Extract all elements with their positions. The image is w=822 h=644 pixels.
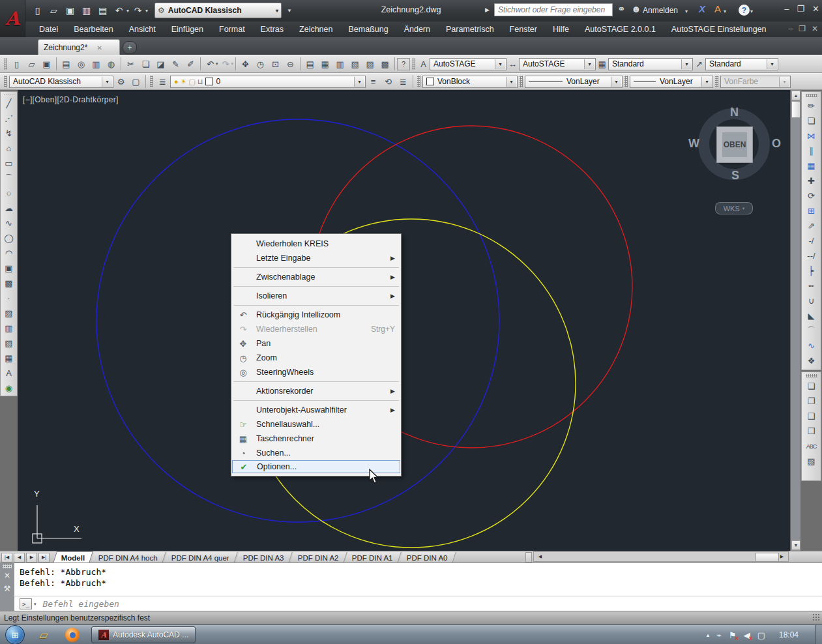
match-properties-icon[interactable]: ✎ [168, 57, 183, 71]
plot-preview-icon[interactable]: ◎ [74, 57, 89, 71]
menu-item-pan[interactable]: ✥ Pan [232, 336, 400, 351]
menu-item-optionen[interactable]: ✔ Optionen... [232, 460, 400, 473]
command-window[interactable]: ✕ ⚒ Befehl: *Abbruch* Befehl: *Abbruch* … [0, 563, 822, 611]
tab-pdf-din-a2[interactable]: PDF DIN A2 [290, 552, 347, 563]
menu-item-steeringwheels[interactable]: ◎ SteeringWheels [232, 365, 400, 379]
plot-icon[interactable]: ▤ [95, 3, 110, 18]
cut-icon[interactable]: ✂ [123, 57, 138, 71]
dimension-style-select[interactable]: AutoSTAGE ▾ [519, 58, 596, 70]
workspace-settings-icon[interactable]: ⚙ [113, 74, 128, 89]
copy-icon[interactable]: ❏ [138, 57, 153, 71]
taskbar-clock[interactable]: 18:04 [779, 630, 799, 639]
extend-icon[interactable]: --/ [804, 248, 819, 263]
text-to-front-icon[interactable]: ABC [806, 443, 817, 450]
tab-close-icon[interactable]: ✕ [96, 44, 102, 51]
vertical-scrollbar[interactable]: ▲ ▼ [790, 90, 801, 551]
new-icon[interactable]: ▯ [30, 3, 45, 18]
rectangle-icon[interactable]: ▭ [1, 156, 16, 171]
chevron-down-icon[interactable]: ▾ [681, 59, 692, 69]
tab-scrollbar-splitter[interactable] [525, 552, 532, 563]
scroll-up-icon[interactable]: ▲ [791, 91, 800, 100]
trim-icon[interactable]: -/ [804, 233, 819, 248]
open-icon[interactable]: ▱ [46, 3, 61, 18]
linetype-select[interactable]: VonLayer ▾ [525, 76, 623, 88]
viewport-controls-label[interactable]: [−][Oben][2D-Drahtkörper] [23, 95, 119, 104]
chamfer-icon[interactable]: ◣ [804, 308, 819, 323]
plot-icon[interactable]: ▥ [89, 57, 104, 71]
scroll-down-icon[interactable]: ▼ [791, 540, 800, 550]
menu-autostage[interactable]: AutoSTAGE 2.0.0.1 [577, 23, 664, 36]
menu-bearbeiten[interactable]: Bearbeiten [66, 23, 121, 36]
scroll-right-icon[interactable]: ▶ [777, 553, 787, 561]
explode-icon[interactable]: ❖ [804, 353, 819, 368]
erase-icon[interactable]: ✏ [804, 98, 819, 113]
chevron-down-icon[interactable]: ▾ [701, 77, 712, 87]
save-icon[interactable]: ▣ [63, 3, 78, 18]
toolbar-grip[interactable] [150, 76, 153, 87]
bring-to-front-icon[interactable]: ❏ [804, 379, 819, 394]
volume-muted-icon[interactable]: ◀✕ [744, 630, 750, 640]
zoom-realtime-icon[interactable]: ◷ [253, 57, 268, 71]
new-tab-button[interactable]: + [123, 41, 137, 54]
layer-thaw-sun-icon[interactable]: ☀ [181, 78, 187, 86]
redo-icon[interactable]: ↷ [130, 3, 145, 18]
wrench-customize-icon[interactable]: ⚒ [4, 584, 11, 597]
layout-nav-prev[interactable]: ◀ [14, 553, 25, 563]
layer-color-swatch[interactable] [205, 78, 213, 85]
hatch-icon[interactable]: ▨ [1, 306, 16, 321]
help-dropdown-icon[interactable]: ▾ [750, 8, 753, 14]
ellipse-icon[interactable]: ◯ [1, 231, 16, 246]
zoom-window-icon[interactable]: ⊡ [268, 57, 283, 71]
point-marker-icon[interactable]: ◉ [1, 381, 16, 396]
join-icon[interactable]: ∪ [804, 293, 819, 308]
communication-center-icon[interactable]: A [714, 3, 721, 14]
menu-format[interactable]: Format [211, 23, 253, 36]
help-icon[interactable]: ? [739, 5, 750, 16]
ellipse-arc-icon[interactable]: ◠ [1, 246, 16, 261]
zoom-previous-icon[interactable]: ⊖ [283, 57, 298, 71]
mdi-restore-button[interactable]: ❐ [799, 24, 806, 33]
quickcalc-icon[interactable]: ▩ [377, 57, 392, 71]
chevron-down-icon[interactable]: ▾ [495, 59, 505, 69]
spline-icon[interactable]: ∿ [1, 216, 16, 231]
menu-item-wiederholen-kreis[interactable]: Wiederholen KREIS [232, 237, 400, 251]
undo-icon[interactable]: ↶ [111, 3, 126, 18]
menu-item-rueckgaengig[interactable]: ↶ Rückgängig Intellizoom [232, 308, 400, 322]
viewcube-west[interactable]: W [688, 137, 699, 151]
chevron-down-icon[interactable]: ▾ [584, 59, 594, 69]
scrollbar-thumb[interactable] [756, 553, 779, 562]
menu-hilfe[interactable]: Hilfe [545, 23, 577, 36]
menu-item-schnellauswahl[interactable]: ☞ Schnellauswahl... [232, 417, 400, 432]
stretch-icon[interactable]: ⇗ [804, 218, 819, 233]
region-icon[interactable]: ▧ [1, 336, 16, 351]
toolbar-grip[interactable] [3, 94, 15, 95]
minimize-button[interactable]: – [784, 4, 789, 14]
signin-link[interactable]: Anmelden [643, 6, 678, 15]
horizontal-scrollbar[interactable]: ◀ ▶ [533, 551, 789, 562]
command-prompt-icon[interactable]: >_ [20, 598, 32, 609]
polyline-icon[interactable]: ↯ [1, 126, 16, 141]
binoculars-search-icon[interactable]: ⚭ [617, 3, 626, 15]
tab-pdf-din-a0[interactable]: PDF DIN A0 [399, 552, 456, 563]
insert-block-icon[interactable]: ▣ [1, 261, 16, 276]
menu-aendern[interactable]: Ändern [396, 23, 438, 36]
menu-extras[interactable]: Extras [253, 23, 291, 36]
toolbar-grip[interactable] [624, 76, 628, 87]
menu-item-aktionsrekorder[interactable]: Aktionsrekorder ▶ [232, 384, 400, 398]
power-plug-icon[interactable]: ⌁ [716, 630, 722, 640]
workspace-selector[interactable]: ⚙ AutoCAD Klassisch ▾ [154, 3, 282, 18]
drawing-canvas[interactable]: [−][Oben][2D-Drahtkörper] N W O S OBEN W… [18, 90, 790, 551]
chevron-down-icon[interactable]: ▾ [506, 77, 516, 87]
search-input[interactable] [494, 3, 613, 16]
toolbar-grip[interactable] [412, 58, 415, 70]
pan-icon[interactable]: ✥ [238, 57, 253, 71]
menu-parametrisch[interactable]: Parametrisch [438, 23, 502, 36]
toolbar-grip[interactable] [520, 76, 523, 87]
lineweight-select[interactable]: VonLayer ▾ [630, 76, 713, 88]
start-button[interactable]: ⊞ [5, 625, 25, 644]
layout-nav-first[interactable]: |◀ [1, 553, 12, 563]
new-icon[interactable]: ▯ [9, 57, 24, 71]
drawing-tab[interactable]: Zeichnung2* ✕ [38, 39, 120, 55]
recent-commands-icon[interactable]: ▾ [34, 602, 37, 607]
toolbar-grip[interactable] [715, 76, 718, 87]
